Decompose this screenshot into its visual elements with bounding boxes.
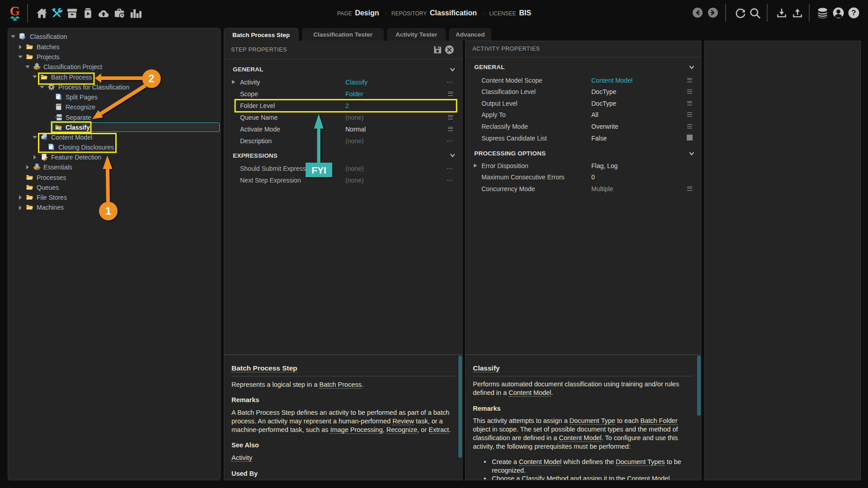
svg-text:2: 2	[149, 73, 155, 84]
svg-text:1: 1	[105, 205, 111, 217]
svg-text:FYI: FYI	[311, 165, 326, 175]
